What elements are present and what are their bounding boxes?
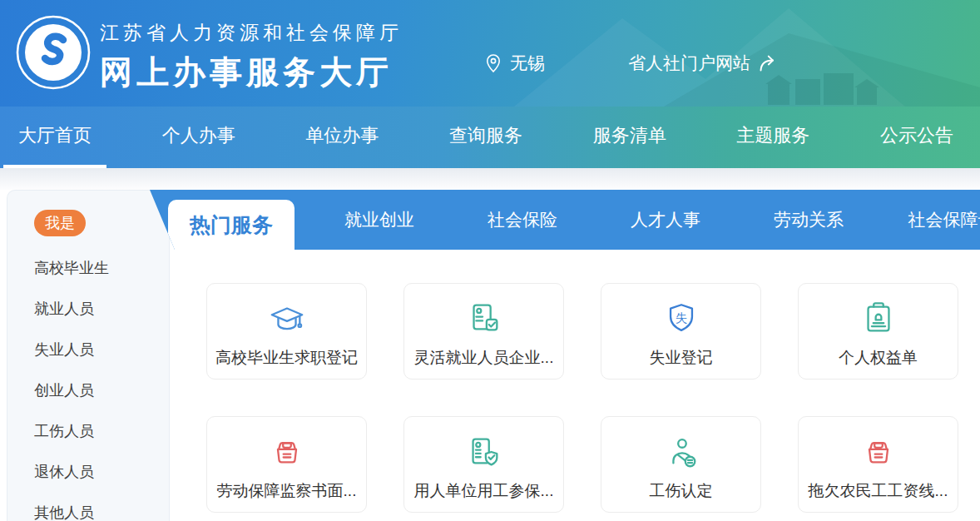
nav-item[interactable]: 查询服务	[434, 107, 537, 168]
service-card-label: 个人权益单	[839, 347, 918, 369]
tab-list: 就业创业 社会保险 人才人事 劳动关系 社会保障卡	[308, 190, 980, 250]
role-list: 高校毕业生 就业人员 失业人员 创业人员 工伤人员 退休人员 其他人员	[7, 260, 169, 521]
service-card-label: 劳动保障监察书面...	[217, 480, 357, 502]
sidebar-item[interactable]: 失业人员	[34, 341, 169, 359]
svg-text:失: 失	[675, 311, 686, 325]
tab-item[interactable]: 就业创业	[308, 190, 451, 250]
service-card[interactable]: 高校毕业生求职登记	[206, 283, 367, 380]
city-name: 无锡	[510, 52, 545, 75]
service-card[interactable]: 工伤认定	[601, 416, 761, 513]
tab-item-label: 劳动关系	[774, 208, 844, 231]
role-sidebar: 我是 高校毕业生 就业人员 失业人员 创业人员 工伤人员 退休人员 其他人员	[7, 190, 170, 521]
sidebar-item-label: 高校毕业生	[34, 260, 109, 276]
nav-item[interactable]: 服务清单	[578, 107, 681, 168]
nav-item-label: 查询服务	[449, 123, 522, 148]
service-card-icon-slot	[268, 298, 306, 340]
service-card-label: 灵活就业人员企业...	[414, 347, 554, 369]
service-card[interactable]: 用人单位用工参保...	[403, 416, 564, 513]
portal-link[interactable]: 省人社门户网站	[628, 50, 780, 77]
sidebar-item[interactable]: 高校毕业生	[34, 260, 169, 277]
sidebar-item-label: 工伤人员	[34, 423, 94, 439]
tab-item[interactable]: 社会保险	[451, 190, 594, 250]
service-card-label: 工伤认定	[650, 480, 713, 502]
service-card-icon-slot	[268, 431, 306, 473]
portal-link-label: 省人社门户网站	[628, 52, 750, 75]
tab-item-label: 社会保险	[488, 208, 557, 231]
nav-item-label: 大厅首页	[18, 123, 92, 148]
service-card-icon-slot: 失	[662, 298, 700, 340]
service-card[interactable]: 拖欠农民工工资线...	[798, 416, 958, 513]
shield-shi-icon: 失	[662, 300, 700, 338]
clipboard-stamp-icon	[859, 300, 898, 338]
service-card[interactable]: 劳动保障监察书面...	[206, 416, 367, 513]
hall-name: 网上办事服务大厅	[100, 50, 403, 95]
nav-item-label: 主题服务	[736, 123, 809, 148]
tab-item[interactable]: 劳动关系	[737, 190, 880, 250]
id-shield-check-icon	[465, 433, 503, 471]
sidebar-item[interactable]: 创业人员	[34, 382, 169, 399]
service-card-label: 高校毕业生求职登记	[215, 347, 358, 369]
sidebar-item-label: 创业人员	[34, 382, 94, 399]
graduation-cap-icon	[268, 300, 306, 338]
agency-logo	[15, 14, 92, 91]
nav-item[interactable]: 个人办事	[147, 107, 250, 168]
service-tabbar: 热门服务 就业创业 社会保险 人才人事 劳动关系 社会保障卡	[150, 190, 980, 250]
sidebar-item-label: 其他人员	[34, 504, 94, 521]
tab-item[interactable]: 人才人事	[594, 190, 737, 250]
service-card-icon-slot	[859, 298, 898, 340]
service-card[interactable]: 灵活就业人员企业...	[403, 283, 564, 380]
tab-hot-services[interactable]: 热门服务	[168, 200, 294, 250]
inbox-icon	[268, 433, 306, 471]
service-card[interactable]: 失 失业登记	[601, 283, 761, 380]
sidebar-item[interactable]: 工伤人员	[34, 423, 169, 440]
sidebar-item-label: 失业人员	[34, 341, 94, 358]
nav-item[interactable]: 大厅首页	[3, 107, 106, 168]
service-card-grid: 高校毕业生求职登记 灵活就业人员企业... 失 失业登记	[206, 283, 958, 513]
service-card-label: 失业登记	[650, 347, 713, 369]
sidebar-item[interactable]: 就业人员	[34, 300, 169, 318]
inbox-icon	[859, 433, 898, 471]
site-title-block: 江苏省人力资源和社会保障厅 网上办事服务大厅	[100, 20, 403, 95]
tab-item-label: 人才人事	[631, 208, 700, 231]
share-arrow-icon	[758, 54, 780, 72]
service-card[interactable]: 个人权益单	[798, 283, 958, 380]
service-card-label: 拖欠农民工工资线...	[809, 480, 948, 502]
nav-item-label: 服务清单	[593, 123, 666, 148]
sidebar-item-label: 退休人员	[34, 464, 94, 480]
main-nav: 大厅首页 个人办事 单位办事 查询服务 服务清单 主题服务 公示公告	[0, 107, 980, 168]
nav-item-label: 公示公告	[880, 123, 953, 148]
city-selector[interactable]: 无锡	[485, 50, 545, 77]
service-card-icon-slot	[859, 431, 898, 473]
nav-item[interactable]: 公示公告	[865, 107, 968, 168]
person-doc-check-icon	[465, 300, 503, 338]
page-header: 江苏省人力资源和社会保障厅 网上办事服务大厅 无锡 省人社门户网站	[0, 0, 980, 107]
location-pin-icon	[485, 53, 502, 73]
nav-shadow-band	[0, 168, 980, 190]
nav-item-label: 单位办事	[305, 123, 379, 148]
service-card-icon-slot	[465, 298, 503, 340]
role-badge: 我是	[34, 210, 86, 236]
content-area: 我是 高校毕业生 就业人员 失业人员 创业人员 工伤人员 退休人员 其他人员	[0, 190, 980, 521]
service-card-icon-slot	[662, 431, 700, 473]
sidebar-item[interactable]: 其他人员	[34, 504, 169, 521]
tab-item[interactable]: 社会保障卡	[880, 190, 980, 250]
nav-item[interactable]: 主题服务	[721, 107, 824, 168]
service-card-label: 用人单位用工参保...	[414, 480, 554, 502]
injured-person-icon	[662, 433, 700, 471]
service-card-icon-slot	[465, 431, 503, 473]
tab-item-label: 就业创业	[344, 208, 414, 231]
org-name: 江苏省人力资源和社会保障厅	[100, 20, 403, 46]
nav-item-label: 个人办事	[162, 123, 235, 148]
sidebar-item[interactable]: 退休人员	[34, 464, 169, 481]
tab-item-label: 社会保障卡	[908, 208, 980, 231]
nav-item[interactable]: 单位办事	[290, 107, 393, 168]
sidebar-item-label: 就业人员	[34, 300, 94, 317]
